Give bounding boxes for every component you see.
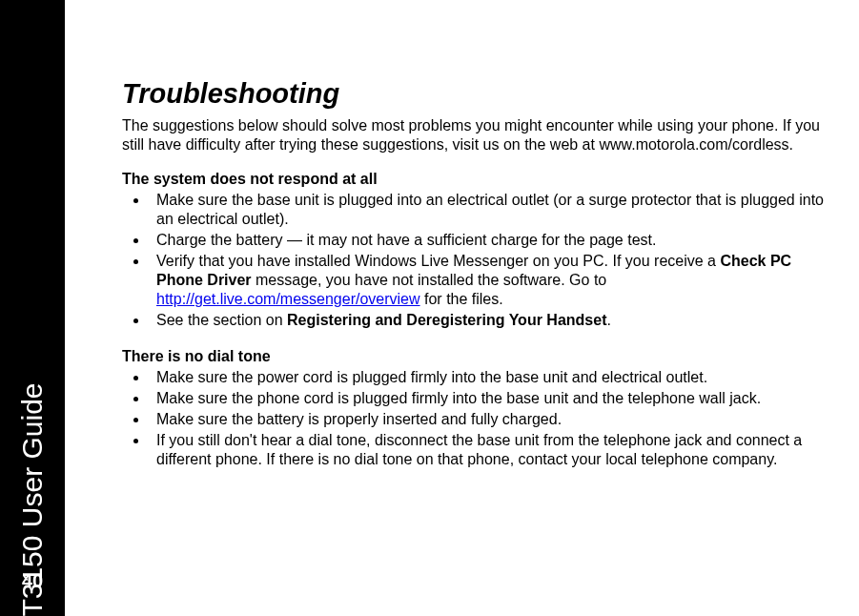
bullet-list: Make sure the base unit is plugged into … <box>122 191 828 330</box>
list-item: Make sure the phone cord is plugged firm… <box>149 389 828 408</box>
section-heading: There is no dial tone <box>122 347 828 366</box>
list-text: Make sure the power cord is plugged firm… <box>156 369 707 385</box>
list-item: Make sure the power cord is plugged firm… <box>149 368 828 387</box>
list-item: Make sure the base unit is plugged into … <box>149 191 828 229</box>
list-text: See the section on <box>156 312 287 328</box>
list-item: Make sure the battery is properly insert… <box>149 410 828 429</box>
list-item: If you still don't hear a dial tone, dis… <box>149 431 828 469</box>
sidebar: T3150 User Guide 40 <box>0 0 65 616</box>
section-heading: The system does not respond at all <box>122 170 828 189</box>
page-number: 40 <box>0 570 65 592</box>
list-text: Verify that you have installed Windows L… <box>156 253 720 269</box>
list-text: Make sure the phone cord is plugged firm… <box>156 390 761 406</box>
list-text: . <box>606 312 610 328</box>
list-text: for the files. <box>420 291 503 307</box>
list-text: message, you have not installed the soft… <box>252 272 607 288</box>
list-text: Charge the battery — it may not have a s… <box>156 232 656 248</box>
bullet-list: Make sure the power cord is plugged firm… <box>122 368 828 469</box>
list-text: If you still don't hear a dial tone, dis… <box>156 432 802 467</box>
list-text: Make sure the base unit is plugged into … <box>156 192 824 227</box>
list-item: Charge the battery — it may not have a s… <box>149 231 828 250</box>
list-link[interactable]: http://get.live.com/messenger/overview <box>156 291 420 307</box>
page-content: Troubleshooting The suggestions below sh… <box>122 76 828 486</box>
list-bold: Registering and Deregistering Your Hands… <box>287 312 606 328</box>
intro-paragraph: The suggestions below should solve most … <box>122 116 828 154</box>
list-item: See the section on Registering and Dereg… <box>149 311 828 330</box>
page-title: Troubleshooting <box>122 76 828 111</box>
list-item: Verify that you have installed Windows L… <box>149 252 828 309</box>
list-text: Make sure the battery is properly insert… <box>156 411 562 427</box>
